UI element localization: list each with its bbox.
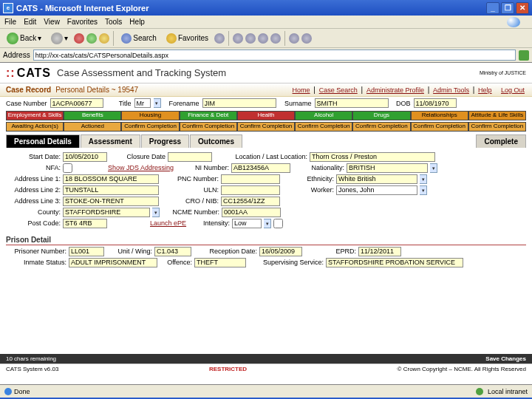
edit-button[interactable] bbox=[258, 33, 268, 44]
back-icon bbox=[7, 33, 18, 44]
a1-input[interactable] bbox=[63, 174, 159, 184]
back-button[interactable]: Back ▾ bbox=[3, 30, 45, 47]
ie-throbber-icon bbox=[507, 17, 520, 27]
int-checkbox[interactable] bbox=[273, 219, 283, 228]
tab-complete[interactable]: Complete bbox=[476, 134, 526, 148]
menu-edit[interactable]: Edit bbox=[24, 18, 36, 26]
title-input[interactable] bbox=[134, 98, 151, 108]
uln-input[interactable] bbox=[221, 185, 280, 195]
tab-personal[interactable]: Personal Details bbox=[6, 134, 80, 148]
wrk-dd[interactable]: ▾ bbox=[420, 185, 427, 195]
pc-input[interactable] bbox=[63, 219, 107, 228]
nfa-checkbox[interactable] bbox=[63, 163, 72, 173]
ni-input[interactable] bbox=[231, 163, 290, 173]
nat-input[interactable] bbox=[347, 163, 428, 173]
tab-outcomes[interactable]: Outcomes bbox=[190, 134, 242, 148]
menu-view[interactable]: View bbox=[44, 18, 60, 26]
tab-progress[interactable]: Progress bbox=[141, 134, 189, 148]
eth-dd[interactable]: ▾ bbox=[420, 174, 427, 184]
save-changes-button[interactable]: Save Changes bbox=[485, 355, 526, 362]
sup-input[interactable] bbox=[326, 258, 463, 267]
eprd-input[interactable] bbox=[358, 247, 401, 256]
page-content: CATS Case Assessment and Tracking System… bbox=[0, 63, 532, 384]
title-dd[interactable]: ▾ bbox=[154, 98, 161, 108]
research-button[interactable] bbox=[301, 33, 312, 44]
rib-drg[interactable]: Drugs bbox=[352, 111, 410, 120]
refresh-button[interactable] bbox=[86, 33, 97, 44]
cty-input[interactable] bbox=[63, 208, 150, 217]
rib-emp[interactable]: Employment & Skills bbox=[6, 111, 64, 120]
print-button[interactable] bbox=[245, 33, 256, 44]
launch-epe-link[interactable]: Launch ePE bbox=[150, 219, 186, 227]
menu-help[interactable]: Help bbox=[129, 18, 145, 26]
show-jds-link[interactable]: Show JDS Addressing bbox=[108, 164, 174, 171]
nav-help[interactable]: Help bbox=[478, 86, 492, 94]
tab-assessment[interactable]: Assessment bbox=[81, 134, 140, 148]
discuss-button[interactable] bbox=[270, 33, 281, 44]
tab-bar: Personal Details Assessment Progress Out… bbox=[0, 134, 532, 148]
nav-case-search[interactable]: Case Search bbox=[319, 86, 358, 94]
nav-home[interactable]: Home bbox=[293, 86, 310, 94]
cty-dd[interactable]: ▾ bbox=[152, 208, 160, 217]
rib-att[interactable]: Attitude & Life Skills bbox=[468, 111, 526, 120]
rib-rel[interactable]: Relationships bbox=[411, 111, 468, 120]
close-label: Closure Date bbox=[109, 153, 166, 160]
a3-input[interactable] bbox=[63, 197, 159, 206]
address-input[interactable] bbox=[33, 50, 516, 61]
ribs-3: Confirm Completion bbox=[180, 122, 237, 132]
off-input[interactable] bbox=[194, 258, 246, 267]
close-input[interactable] bbox=[168, 152, 212, 162]
cro-input[interactable] bbox=[221, 197, 280, 206]
maximize-button[interactable]: ❐ bbox=[501, 2, 514, 14]
rib-fin[interactable]: Finance & Debt bbox=[180, 111, 237, 120]
search-icon bbox=[121, 33, 132, 44]
loc-input[interactable] bbox=[310, 152, 435, 162]
ribs-7: Confirm Completion bbox=[411, 122, 468, 132]
rib-alc[interactable]: Alcohol bbox=[295, 111, 352, 120]
dob-input[interactable] bbox=[414, 98, 457, 108]
favorites-button[interactable]: Favorites bbox=[163, 31, 212, 46]
int-input[interactable] bbox=[232, 219, 262, 228]
menu-favorites[interactable]: Favorites bbox=[67, 18, 98, 26]
nat-dd[interactable]: ▾ bbox=[430, 163, 437, 173]
surname-input[interactable] bbox=[315, 98, 389, 108]
footer-version: CATS System v6.03 RESTRICTED © Crown Cop… bbox=[0, 364, 532, 374]
nav-admin-profile[interactable]: Administrate Profile bbox=[366, 86, 424, 94]
mail-button[interactable] bbox=[233, 33, 243, 44]
menu-file[interactable]: File bbox=[4, 18, 16, 26]
nav-admin-tools[interactable]: Admin Tools bbox=[433, 86, 469, 94]
start-input[interactable] bbox=[63, 152, 107, 162]
rec-input[interactable] bbox=[259, 247, 302, 256]
eprd-label: EPRD: bbox=[304, 248, 356, 255]
go-button[interactable] bbox=[519, 50, 529, 61]
stat-input[interactable] bbox=[69, 258, 157, 267]
brand-header: CATS Case Assessment and Tracking System… bbox=[0, 63, 532, 83]
forward-button[interactable]: ▾ bbox=[47, 30, 72, 47]
dob-label: DOB bbox=[392, 100, 411, 107]
history-button[interactable] bbox=[214, 33, 225, 44]
loc-label: Location / Last Location: bbox=[214, 153, 307, 160]
ncm-input[interactable] bbox=[222, 208, 281, 217]
pn-input[interactable] bbox=[69, 247, 104, 256]
forename-input[interactable] bbox=[202, 98, 276, 108]
wrk-input[interactable] bbox=[336, 185, 417, 195]
search-button[interactable]: Search bbox=[117, 31, 160, 46]
caseno-label: Case Number bbox=[6, 100, 47, 107]
int-dd[interactable]: ▾ bbox=[264, 219, 271, 228]
nav-logout[interactable]: Log Out bbox=[501, 86, 525, 94]
stop-button[interactable] bbox=[74, 33, 84, 44]
messenger-button[interactable] bbox=[289, 33, 299, 44]
rib-hea[interactable]: Health bbox=[237, 111, 295, 120]
pnc-input[interactable] bbox=[221, 174, 280, 184]
sup-label: Supervising Service: bbox=[248, 259, 324, 266]
caseno-input[interactable] bbox=[50, 98, 103, 108]
rib-hou[interactable]: Housing bbox=[121, 111, 179, 120]
a2-input[interactable] bbox=[63, 185, 159, 195]
close-button[interactable]: ✕ bbox=[516, 2, 529, 14]
minimize-button[interactable]: _ bbox=[486, 2, 499, 14]
eth-input[interactable] bbox=[336, 174, 417, 184]
unit-input[interactable] bbox=[154, 247, 191, 256]
menu-tools[interactable]: Tools bbox=[105, 18, 122, 26]
rib-ben[interactable]: Benefits bbox=[64, 111, 121, 120]
home-button[interactable] bbox=[99, 33, 109, 44]
